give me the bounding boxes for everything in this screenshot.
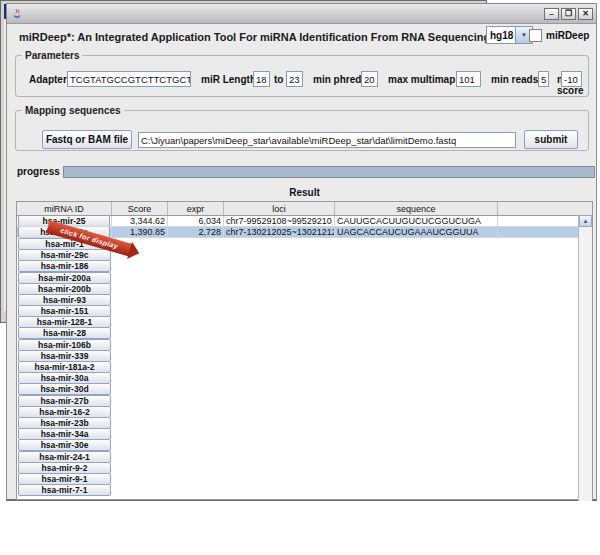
adapter-label: Adapter: [29, 74, 67, 85]
table-row[interactable]: hsa-mir-27b: [17, 395, 592, 406]
result-table-header: miRNA IDScoreexprlocisequence: [17, 202, 592, 216]
mir-id-button[interactable]: hsa-mir-200b: [18, 283, 111, 294]
table-row[interactable]: hsa-mir-200b: [17, 283, 592, 294]
table-row[interactable]: hsa-mir-30a: [17, 373, 592, 384]
mir-length-min-input[interactable]: 18: [253, 71, 270, 87]
table-row[interactable]: hsa-mir-253,344.626,034chr7-99529108~995…: [17, 216, 592, 227]
table-row[interactable]: hsa-mir-106b: [17, 339, 592, 350]
table-cell: chr7-130212025~130212127: [224, 227, 335, 238]
table-row[interactable]: hsa-mir-30e: [17, 440, 592, 451]
table-row[interactable]: hsa-mir-151: [17, 306, 592, 317]
mir-id-button[interactable]: hsa-mir-339: [18, 350, 111, 361]
mir-id-button[interactable]: hsa-mir-181a-2: [18, 361, 111, 372]
column-header[interactable]: Score: [112, 202, 168, 215]
mir-id-button[interactable]: hsa-mir-30e: [18, 440, 111, 451]
table-row[interactable]: hsa-mir-30d: [17, 384, 592, 395]
table-cell: 3,344.62: [112, 216, 168, 227]
main-window: – ❐ ✕ miRDeep*: An Integrated Applicatio…: [6, 3, 597, 501]
result-table-scrollbar[interactable]: ▲: [578, 215, 592, 501]
mir-id-button[interactable]: hsa-mir-7-1: [18, 485, 111, 496]
mir-id-button[interactable]: hsa-mir-200a: [18, 272, 111, 283]
mir-id-button[interactable]: hsa-mir-9-2: [18, 462, 111, 473]
mir-length-max-input[interactable]: 23: [286, 71, 303, 87]
adapter-input[interactable]: TCGTATGCCGTCTTCTGCTTG: [67, 71, 191, 87]
to-label: to: [274, 74, 283, 85]
minimize-button[interactable]: –: [544, 8, 559, 20]
table-row[interactable]: hsa-mir-7-1: [17, 485, 592, 496]
max-multimap-input[interactable]: 101: [456, 71, 481, 87]
mir-id-button[interactable]: hsa-mir-106b: [18, 339, 111, 350]
mir-length-label: miR Length: [201, 74, 256, 85]
column-header[interactable]: miRNA ID: [17, 202, 112, 215]
column-header[interactable]: loci: [224, 202, 335, 215]
table-row[interactable]: hsa-mir-23b: [17, 417, 592, 428]
genome-select[interactable]: hg18 ▼: [486, 26, 533, 44]
mirdeep-checkbox[interactable]: [529, 29, 542, 42]
progress-bar: [63, 166, 595, 178]
column-header-empty: [498, 202, 580, 215]
parameters-group: Parameters Adapter TCGTATGCCGTCTTCTGCTTG…: [15, 50, 589, 97]
main-titlebar[interactable]: – ❐ ✕: [7, 4, 596, 24]
mir-id-button[interactable]: hsa-mir-93: [18, 294, 111, 305]
mapping-group: Mapping sequences Fastq or BAM file C:\J…: [15, 105, 589, 151]
app-title: miRDeep*: An Integrated Application Tool…: [19, 31, 517, 43]
column-header[interactable]: expr: [168, 202, 224, 215]
table-cell: 1,390.85: [112, 227, 168, 238]
mapping-legend: Mapping sequences: [22, 105, 124, 116]
min-reads-label: min reads: [491, 74, 538, 85]
table-row[interactable]: hsa-mir-93: [17, 294, 592, 305]
close-button[interactable]: ✕: [578, 8, 593, 20]
mir-id-button[interactable]: hsa-mir-30d: [18, 384, 111, 395]
column-header[interactable]: sequence: [335, 202, 498, 215]
mir-id-button[interactable]: hsa-mir-186: [18, 261, 111, 272]
table-row[interactable]: hsa-mir-181a-2: [17, 361, 592, 372]
fastq-bam-file-button[interactable]: Fastq or BAM file: [42, 130, 132, 149]
file-path-field[interactable]: C:\Jiyuan\papers\miDeep_star\available\m…: [138, 132, 516, 148]
table-cell: UAGCACCAUCUGAAAUCGGUUA: [335, 227, 498, 238]
min-score-input[interactable]: -10: [561, 71, 582, 87]
table-cell: 6,034: [168, 216, 224, 227]
mir-id-button[interactable]: hsa-mir-151: [18, 306, 111, 317]
mir-id-button[interactable]: hsa-mir-29c: [18, 250, 111, 261]
mir-id-button[interactable]: hsa-mir-9-1: [18, 473, 111, 484]
table-row[interactable]: hsa-mir-9-2: [17, 462, 592, 473]
min-phred-input[interactable]: 20: [361, 71, 378, 87]
progress-bar-fill: [64, 167, 594, 177]
table-row[interactable]: hsa-mir-29c: [17, 250, 592, 261]
result-label: Result: [16, 187, 593, 198]
mir-id-button[interactable]: hsa-mir-23b: [18, 417, 111, 428]
scroll-up-icon[interactable]: ▲: [579, 215, 592, 227]
table-row[interactable]: hsa-mir-339: [17, 350, 592, 361]
genome-select-value: hg18: [486, 26, 516, 44]
result-table-body: hsa-mir-253,344.626,034chr7-99529108~995…: [17, 216, 592, 496]
screenshot-root: – ❐ ✕ miRDeep*: An Integrated Applicatio…: [0, 0, 600, 555]
table-cell: CAUUGCACUUGUCUCGGUCUGA: [335, 216, 498, 227]
table-cell: chr7-99529108~99529210: [224, 216, 335, 227]
maximize-button[interactable]: ❐: [561, 8, 576, 20]
parameters-legend: Parameters: [22, 50, 82, 61]
mir-id-button[interactable]: hsa-mir-27b: [18, 395, 111, 406]
mir-id-button[interactable]: hsa-mir-128-1: [18, 317, 111, 328]
java-app-icon: [11, 8, 23, 20]
progress-label: progress: [17, 166, 60, 177]
table-row[interactable]: hsa-mir-128-1: [17, 317, 592, 328]
table-row[interactable]: hsa-mir-28: [17, 328, 592, 339]
mir-id-button[interactable]: hsa-mir-24-1: [18, 451, 111, 462]
mir-id-button[interactable]: hsa-mir-16-2: [18, 406, 111, 417]
table-row[interactable]: hsa-mir-200a: [17, 272, 592, 283]
mir-id-button[interactable]: hsa-mir-28: [18, 328, 111, 339]
min-reads-input[interactable]: 5: [538, 71, 549, 87]
table-row[interactable]: hsa-mir-186: [17, 261, 592, 272]
mir-id-button[interactable]: hsa-mir-30a: [18, 373, 111, 384]
table-row[interactable]: hsa-mir-24-1: [17, 451, 592, 462]
submit-button[interactable]: submit: [524, 130, 578, 149]
table-cell: 2,728: [168, 227, 224, 238]
min-phred-label: min phred: [313, 74, 361, 85]
table-row[interactable]: hsa-mir-34a: [17, 429, 592, 440]
mir-id-button[interactable]: hsa-mir-34a: [18, 429, 111, 440]
table-row[interactable]: hsa-mir-16-2: [17, 406, 592, 417]
table-row[interactable]: hsa-mir-9-1: [17, 473, 592, 484]
mirdeep-checkbox-label: miRDeep: [546, 30, 589, 41]
max-multimap-label: max multimap: [388, 74, 455, 85]
